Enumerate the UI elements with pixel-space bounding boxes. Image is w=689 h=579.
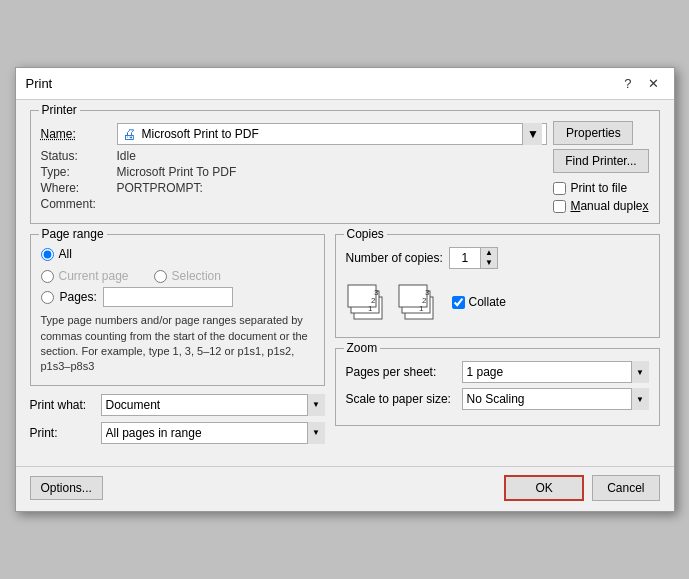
print-what-row: Print what: Document ▼ (30, 394, 325, 416)
help-button[interactable]: ? (619, 74, 636, 93)
collate-section: 3 2 1 3 2 1 (346, 277, 649, 327)
footer-right: OK Cancel (504, 475, 659, 501)
pages-row: Pages: (41, 287, 314, 307)
copies-number-label: Number of copies: (346, 251, 443, 265)
current-selection-row: Current page Selection (41, 269, 314, 283)
collate-icon-1: 3 2 1 (346, 277, 391, 327)
copies-input[interactable] (450, 248, 480, 268)
left-column: Page range All Current page Selection (30, 234, 325, 450)
options-button[interactable]: Options... (30, 476, 103, 500)
pages-per-sheet-select-wrapper: 1 page 2 pages 4 pages 6 pages 8 pages 1… (462, 361, 649, 383)
pages-per-sheet-row: Pages per sheet: 1 page 2 pages 4 pages … (346, 361, 649, 383)
printer-top: Name: 🖨 Microsoft Print to PDF ▼ Status:… (41, 119, 649, 213)
where-value: PORTPROMPT: (117, 181, 548, 195)
collate-icon-2: 3 2 1 (397, 277, 442, 327)
print-to-file-label[interactable]: Print to file (570, 181, 627, 195)
pages-hint: Type page numbers and/or page ranges sep… (41, 313, 314, 375)
print-label: Print: (30, 426, 95, 440)
all-radio-row: All (41, 247, 314, 261)
collate-label[interactable]: Collate (452, 295, 506, 309)
print-select-wrapper: All pages in range ▼ (101, 422, 325, 444)
close-button[interactable]: ✕ (643, 74, 664, 93)
zoom-group: Zoom Pages per sheet: 1 page 2 pages 4 p… (335, 348, 660, 426)
printer-group-title: Printer (39, 103, 80, 117)
manual-duplex-label[interactable]: Manual duplex (570, 199, 648, 213)
comment-label: Comment: (41, 197, 111, 211)
selection-radio[interactable] (154, 270, 167, 283)
page-range-group: Page range All Current page Selection (30, 234, 325, 386)
scale-label: Scale to paper size: (346, 392, 456, 406)
title-bar-right: ? ✕ (619, 74, 663, 93)
spin-up-button[interactable]: ▲ (481, 248, 497, 258)
copies-title: Copies (344, 227, 387, 241)
svg-text:1: 1 (368, 304, 373, 313)
comment-value (117, 197, 548, 211)
pages-label[interactable]: Pages: (60, 290, 97, 304)
dialog-title: Print (26, 76, 53, 91)
printer-group: Printer Name: 🖨 Microsoft Print to PDF ▼ (30, 110, 660, 224)
manual-duplex-checkbox[interactable] (553, 200, 566, 213)
zoom-title: Zoom (344, 341, 381, 355)
title-bar-left: Print (26, 76, 53, 91)
type-label: Type: (41, 165, 111, 179)
main-content: Page range All Current page Selection (30, 234, 660, 450)
right-column: Copies Number of copies: ▲ ▼ (335, 234, 660, 450)
scale-select-wrapper: No Scaling Letter A4 A3 Legal ▼ (462, 388, 649, 410)
scale-row: Scale to paper size: No Scaling Letter A… (346, 388, 649, 410)
print-dialog: Print ? ✕ Printer Name: 🖨 Microsoft Prin… (15, 67, 675, 512)
copies-row: Number of copies: ▲ ▼ (346, 247, 649, 269)
properties-button[interactable]: Properties (553, 121, 633, 145)
collate-icons: 3 2 1 3 2 1 (346, 277, 442, 327)
ok-button[interactable]: OK (504, 475, 584, 501)
svg-text:1: 1 (419, 304, 424, 313)
pages-input[interactable] (103, 287, 233, 307)
collate-checkbox[interactable] (452, 296, 465, 309)
manual-duplex-row: Manual duplex (553, 199, 648, 213)
print-what-select[interactable]: Document (101, 394, 325, 416)
selection-label[interactable]: Selection (172, 269, 221, 283)
print-what-label: Print what: (30, 398, 95, 412)
print-what-select-wrapper: Document ▼ (101, 394, 325, 416)
find-printer-button[interactable]: Find Printer... (553, 149, 648, 173)
status-value: Idle (117, 149, 548, 163)
printer-checkboxes: Print to file Manual duplex (553, 181, 648, 213)
pages-per-sheet-select[interactable]: 1 page 2 pages 4 pages 6 pages 8 pages 1… (462, 361, 649, 383)
dialog-body: Printer Name: 🖨 Microsoft Print to PDF ▼ (16, 100, 674, 460)
dialog-footer: Options... OK Cancel (16, 466, 674, 511)
cancel-button[interactable]: Cancel (592, 475, 659, 501)
print-to-file-checkbox[interactable] (553, 182, 566, 195)
copies-group: Copies Number of copies: ▲ ▼ (335, 234, 660, 338)
copies-spinner: ▲ ▼ (449, 247, 498, 269)
printer-name-select[interactable]: 🖨 Microsoft Print to PDF ▼ (117, 123, 548, 145)
printer-right: Properties Find Printer... Print to file… (553, 119, 648, 213)
scale-select[interactable]: No Scaling Letter A4 A3 Legal (462, 388, 649, 410)
pages-per-sheet-label: Pages per sheet: (346, 365, 456, 379)
printer-name-label: Name: (41, 127, 111, 141)
printer-dropdown-arrow[interactable]: ▼ (522, 123, 542, 145)
printer-name-row: Name: 🖨 Microsoft Print to PDF ▼ (41, 123, 548, 145)
printer-name-value: Microsoft Print to PDF (142, 127, 259, 141)
all-pages-radio[interactable] (41, 248, 54, 261)
print-select[interactable]: All pages in range (101, 422, 325, 444)
print-row: Print: All pages in range ▼ (30, 422, 325, 444)
collate-text: Collate (469, 295, 506, 309)
type-value: Microsoft Print To PDF (117, 165, 548, 179)
printer-info: Status: Idle Type: Microsoft Print To PD… (41, 149, 548, 211)
all-pages-label[interactable]: All (59, 247, 72, 261)
print-to-file-row: Print to file (553, 181, 648, 195)
radio-group: All Current page Selection Pages: (41, 247, 314, 307)
current-page-radio[interactable] (41, 270, 54, 283)
printer-icon: 🖨 (122, 126, 136, 142)
title-bar: Print ? ✕ (16, 68, 674, 100)
current-page-label[interactable]: Current page (59, 269, 129, 283)
print-what-section: Print what: Document ▼ Print: All pa (30, 394, 325, 444)
where-label: Where: (41, 181, 111, 195)
spin-down-button[interactable]: ▼ (481, 258, 497, 268)
printer-left: Name: 🖨 Microsoft Print to PDF ▼ Status:… (41, 119, 548, 211)
status-label: Status: (41, 149, 111, 163)
spinner-arrows: ▲ ▼ (480, 248, 497, 268)
page-range-title: Page range (39, 227, 107, 241)
pages-radio[interactable] (41, 291, 54, 304)
